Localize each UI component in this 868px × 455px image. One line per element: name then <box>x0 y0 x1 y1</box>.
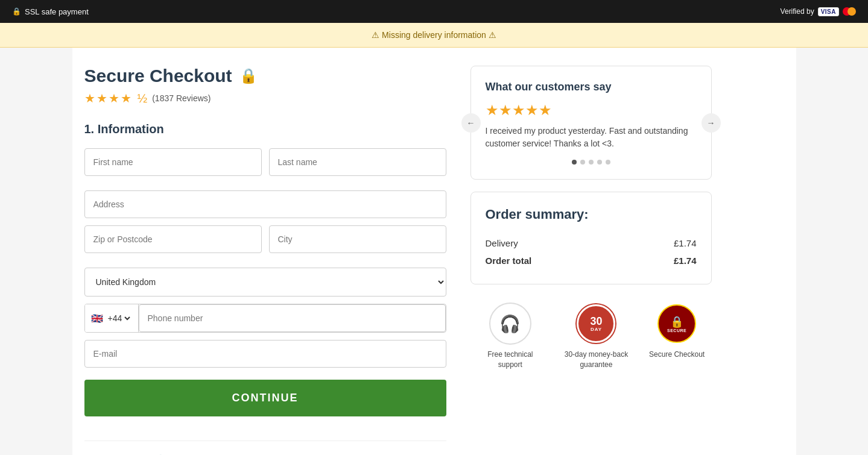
visa-badge: VISA <box>818 7 839 16</box>
reviews-row: ★★★★ ½ (1837 Reviews) <box>84 91 446 105</box>
trust-badges: 🎧 Free technical support 30 DAY 30-day m… <box>470 297 712 376</box>
day-badge: 30 DAY <box>577 304 615 343</box>
reviews-count: (1837 Reviews) <box>152 93 211 103</box>
half-star: ½ <box>138 92 148 105</box>
last-name-field <box>269 148 446 176</box>
checkout-header: Secure Checkout 🔒 <box>84 66 446 86</box>
headset-icon: 🎧 <box>499 314 521 334</box>
last-name-input[interactable] <box>269 148 446 176</box>
verified-label: Verified by <box>781 7 814 16</box>
continue-button[interactable]: CONTINUE <box>84 380 446 416</box>
phone-prefix: 🇬🇧 +44 +1 +49 <box>85 304 139 332</box>
dot-5 <box>606 160 610 165</box>
checkout-form: United Kingdom United States Germany Fra… <box>84 148 446 416</box>
guarantee-label: 30-day money-back guarantee <box>563 350 629 370</box>
zip-input[interactable] <box>84 225 262 253</box>
carousel-prev-button[interactable]: ← <box>461 113 481 133</box>
email-field <box>84 340 446 368</box>
address-field <box>84 190 446 218</box>
right-column: What our customers say ★★★★★ I received … <box>470 66 712 455</box>
secure-inner: 🔒 SECURE <box>657 304 696 343</box>
support-badge-icon: 🎧 <box>489 303 531 345</box>
carousel-dots <box>486 160 697 165</box>
top-bar: 🔒 SSL safe payment Verified by VISA <box>0 0 868 23</box>
order-summary-title: Order summary: <box>486 207 697 222</box>
city-input[interactable] <box>269 225 446 253</box>
order-summary-card: Order summary: Delivery £1.74 Order tota… <box>470 192 712 284</box>
order-total-value: £1.74 <box>674 256 697 266</box>
phone-input[interactable] <box>139 304 446 332</box>
main-container: Secure Checkout 🔒 ★★★★ ½ (1837 Reviews) … <box>72 48 796 455</box>
alert-bar: ⚠ Missing delivery information ⚠ <box>0 23 868 48</box>
zip-city-row <box>84 225 446 260</box>
name-row <box>84 148 446 183</box>
dot-3 <box>589 160 594 165</box>
support-label: Free technical support <box>477 350 543 370</box>
address-input[interactable] <box>84 190 446 218</box>
carousel-next-button[interactable]: → <box>702 113 721 133</box>
checkout-lock-icon: 🔒 <box>239 67 258 84</box>
order-total-label: Order total <box>486 256 532 266</box>
delivery-row: Delivery £1.74 <box>486 234 697 252</box>
delivery-label: Delivery <box>486 238 518 248</box>
payment-section: 2. Payment 🔒 VISA <box>84 441 446 455</box>
alert-message: ⚠ Missing delivery information ⚠ <box>372 30 496 40</box>
mastercard-badge <box>843 7 856 16</box>
badge-guarantee: 30 DAY 30-day money-back guarantee <box>563 303 629 370</box>
country-field: United Kingdom United States Germany Fra… <box>84 268 446 297</box>
ssl-info: 🔒 SSL safe payment <box>12 7 89 16</box>
order-total-row: Order total £1.74 <box>486 252 697 269</box>
dot-4 <box>597 160 602 165</box>
secure-label: Secure Checkout <box>649 350 705 360</box>
delivery-value: £1.74 <box>674 238 697 248</box>
dot-2 <box>580 160 585 165</box>
rating-stars: ★★★★ <box>84 91 133 105</box>
review-stars: ★★★★★ <box>486 102 697 119</box>
flag-icon: 🇬🇧 <box>91 313 103 324</box>
lock-icon: 🔒 <box>12 7 21 16</box>
phone-row: 🇬🇧 +44 +1 +49 <box>84 304 446 333</box>
badge-support: 🎧 Free technical support <box>477 303 543 370</box>
city-field <box>269 225 446 253</box>
secure-lock-icon: 🔒 <box>670 315 683 328</box>
badge-secure: 🔒 SECURE Secure Checkout <box>649 303 705 360</box>
phone-code-select[interactable]: +44 +1 +49 <box>106 313 132 324</box>
section-info-title: 1. Information <box>84 122 446 136</box>
ssl-label: SSL safe payment <box>25 7 89 16</box>
customers-say-card: What our customers say ★★★★★ I received … <box>470 66 712 180</box>
country-select[interactable]: United Kingdom United States Germany Fra… <box>84 268 446 297</box>
dot-1 <box>572 160 577 165</box>
secure-badge-icon: 🔒 SECURE <box>656 303 698 345</box>
left-column: Secure Checkout 🔒 ★★★★ ½ (1837 Reviews) … <box>84 66 446 455</box>
verified-info: Verified by VISA <box>781 7 856 16</box>
first-name-field <box>84 148 262 176</box>
guarantee-badge-icon: 30 DAY <box>575 303 617 345</box>
zip-field <box>84 225 262 253</box>
customers-title: What our customers say <box>486 81 697 93</box>
review-text: I received my product yesterday. Fast an… <box>486 125 697 150</box>
first-name-input[interactable] <box>84 148 262 176</box>
page-title: Secure Checkout <box>84 66 232 86</box>
email-input[interactable] <box>84 340 446 368</box>
